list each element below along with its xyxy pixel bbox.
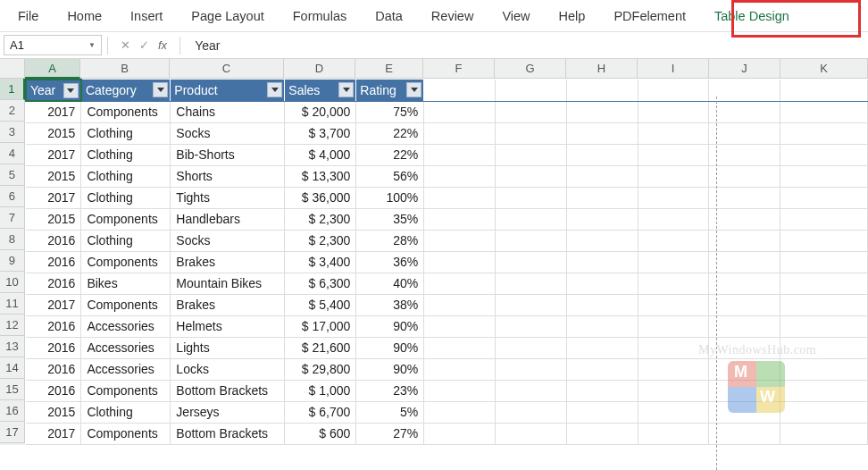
cell[interactable] xyxy=(780,423,868,444)
cell[interactable] xyxy=(780,230,868,251)
cell[interactable] xyxy=(780,122,868,144)
cell[interactable] xyxy=(424,187,496,208)
cell[interactable]: Brakes xyxy=(171,251,285,273)
cell[interactable] xyxy=(780,165,868,187)
row-header-5[interactable]: 5 xyxy=(0,164,25,186)
ribbon-tab-view[interactable]: View xyxy=(488,2,544,30)
cell[interactable]: Bottom Brackets xyxy=(171,380,285,401)
cell[interactable] xyxy=(780,315,868,337)
cell[interactable] xyxy=(780,273,868,294)
cell[interactable] xyxy=(709,208,780,230)
column-header-F[interactable]: F xyxy=(423,59,495,79)
row-header-2[interactable]: 2 xyxy=(0,100,25,122)
cell[interactable]: Components xyxy=(81,380,171,401)
cell[interactable]: 23% xyxy=(356,380,424,401)
table-header-category[interactable]: Category xyxy=(81,80,171,101)
cell[interactable]: $ 36,000 xyxy=(285,187,356,208)
cell[interactable]: 2017 xyxy=(26,187,81,208)
cell[interactable] xyxy=(638,358,709,380)
cell[interactable]: Helmets xyxy=(171,315,285,337)
cell[interactable]: Tights xyxy=(171,187,285,208)
ribbon-tab-pdfelement[interactable]: PDFelement xyxy=(599,2,700,30)
row-header-14[interactable]: 14 xyxy=(0,357,25,379)
cell[interactable] xyxy=(566,358,638,380)
cell[interactable]: 90% xyxy=(356,337,424,358)
cell[interactable] xyxy=(566,208,638,230)
column-header-E[interactable]: E xyxy=(355,59,423,79)
cell[interactable]: Locks xyxy=(171,358,285,380)
cell[interactable] xyxy=(566,165,638,187)
cell[interactable]: $ 4,000 xyxy=(285,144,356,165)
cell[interactable]: 2016 xyxy=(26,337,81,358)
cell[interactable]: Clothing xyxy=(81,187,171,208)
cell[interactable] xyxy=(780,144,868,165)
cell[interactable] xyxy=(566,380,638,401)
cell[interactable] xyxy=(638,144,709,165)
cell[interactable]: $ 13,300 xyxy=(285,165,356,187)
cell[interactable] xyxy=(709,187,780,208)
cell[interactable]: 2016 xyxy=(26,315,81,337)
cell[interactable] xyxy=(638,165,709,187)
cell[interactable]: 2015 xyxy=(26,208,81,230)
ribbon-tab-data[interactable]: Data xyxy=(361,2,417,30)
row-header-9[interactable]: 9 xyxy=(0,250,25,272)
cell[interactable] xyxy=(638,208,709,230)
row-header-4[interactable]: 4 xyxy=(0,143,25,164)
cell[interactable]: 2016 xyxy=(26,273,81,294)
cell[interactable] xyxy=(495,294,566,315)
cell[interactable]: Bottom Brackets xyxy=(171,423,285,444)
cell[interactable]: Mountain Bikes xyxy=(171,273,285,294)
cell[interactable]: Jerseys xyxy=(171,401,285,423)
cell[interactable] xyxy=(566,122,638,144)
row-header-8[interactable]: 8 xyxy=(0,229,25,250)
cell[interactable]: Handlebars xyxy=(171,208,285,230)
cell[interactable]: 2016 xyxy=(26,358,81,380)
cell[interactable] xyxy=(780,208,868,230)
cell[interactable] xyxy=(424,101,496,122)
ribbon-tab-help[interactable]: Help xyxy=(545,2,600,30)
cell[interactable] xyxy=(709,144,780,165)
select-all-corner[interactable] xyxy=(0,59,25,79)
cell[interactable]: 2017 xyxy=(26,423,81,444)
filter-dropdown-icon[interactable] xyxy=(338,82,354,97)
cell[interactable] xyxy=(709,358,780,380)
cell[interactable] xyxy=(495,337,566,358)
cell[interactable] xyxy=(566,273,638,294)
cell[interactable] xyxy=(780,101,868,122)
ribbon-tab-insert[interactable]: Insert xyxy=(116,2,177,30)
empty-cell[interactable] xyxy=(424,80,496,101)
cell[interactable] xyxy=(709,294,780,315)
cell[interactable]: 40% xyxy=(356,273,424,294)
cell[interactable]: 2017 xyxy=(26,101,81,122)
cell[interactable] xyxy=(566,337,638,358)
column-header-I[interactable]: I xyxy=(638,59,709,79)
cell[interactable] xyxy=(566,401,638,423)
ribbon-tab-file[interactable]: File xyxy=(4,2,53,30)
cell[interactable] xyxy=(495,273,566,294)
cell[interactable]: $ 2,300 xyxy=(285,208,356,230)
row-header-10[interactable]: 10 xyxy=(0,272,25,293)
column-header-G[interactable]: G xyxy=(495,59,566,79)
empty-cell[interactable] xyxy=(638,80,709,101)
cell[interactable] xyxy=(638,251,709,273)
cell[interactable] xyxy=(638,187,709,208)
row-header-13[interactable]: 13 xyxy=(0,336,25,357)
cell[interactable]: 2016 xyxy=(26,230,81,251)
cell[interactable]: 56% xyxy=(356,165,424,187)
cell[interactable]: 5% xyxy=(356,401,424,423)
cell[interactable] xyxy=(780,337,868,358)
cell[interactable] xyxy=(638,337,709,358)
cell[interactable]: Chains xyxy=(171,101,285,122)
table-header-rating[interactable]: Rating xyxy=(356,80,424,101)
cell[interactable] xyxy=(780,294,868,315)
cell[interactable] xyxy=(424,122,496,144)
table-header-product[interactable]: Product xyxy=(171,80,285,101)
cell[interactable] xyxy=(566,251,638,273)
cell[interactable]: 35% xyxy=(356,208,424,230)
cell[interactable]: Accessories xyxy=(81,358,171,380)
column-header-B[interactable]: B xyxy=(80,59,170,79)
cell[interactable] xyxy=(424,144,496,165)
cell[interactable] xyxy=(709,101,780,122)
cell[interactable] xyxy=(566,423,638,444)
filter-dropdown-icon[interactable] xyxy=(63,83,79,98)
